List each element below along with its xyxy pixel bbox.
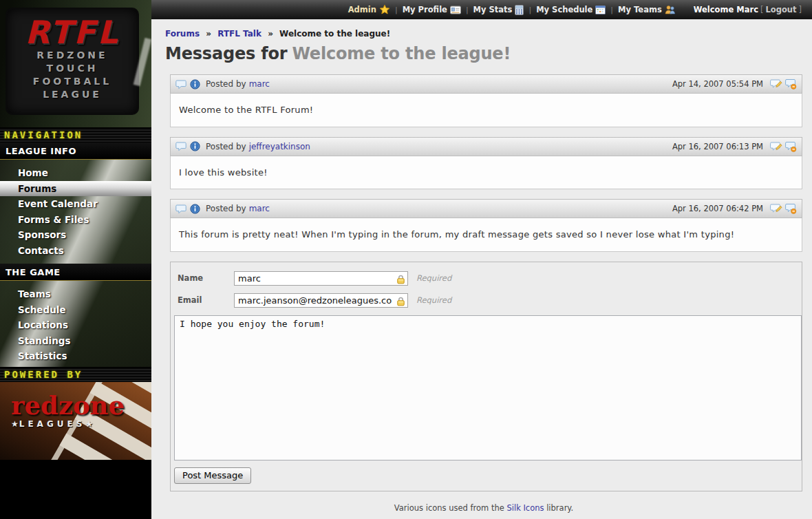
logo-line: LEAGUE — [7, 88, 138, 101]
sidebar-item-statistics[interactable]: Statistics — [0, 348, 151, 364]
topbar-item-my-stats[interactable]: My Stats — [473, 5, 524, 15]
posted-by-label: Posted by — [206, 142, 246, 151]
sidebar-filler — [0, 460, 151, 519]
topbar-separator: | — [466, 6, 469, 14]
topbar-separator: | — [395, 6, 398, 14]
comment-edit-icon[interactable] — [770, 141, 782, 152]
topbar-separator: | — [610, 6, 613, 14]
sidebar-item-sponsors[interactable]: Sponsors — [0, 227, 151, 243]
breadcrumb-current: Welcome to the league! — [279, 29, 390, 39]
navigation-header-label: NAVIGATION — [4, 129, 83, 140]
breadcrumb-link-forums[interactable]: Forums — [165, 29, 200, 39]
star-icon — [379, 4, 390, 15]
name-label: Name — [178, 273, 234, 283]
calendar-icon — [595, 5, 606, 14]
logout-bracket: ] — [799, 5, 802, 14]
author-link[interactable]: marc — [249, 79, 270, 89]
email-field[interactable] — [234, 293, 408, 308]
sidebar-item-event-calendar[interactable]: Event Calendar — [0, 196, 151, 212]
redzone-logo[interactable]: redzone ★LEAGUES★ — [11, 392, 125, 429]
section-header-league-info: LEAGUE INFO — [0, 142, 151, 160]
logout-link[interactable]: Logout — [765, 5, 796, 14]
info-icon — [190, 141, 200, 151]
powered-by-header: POWERED BY — [0, 367, 151, 382]
main-column: Admin | My Profile | My Stats | My Sched… — [151, 0, 812, 519]
redzone-logo-name: redzone — [11, 392, 125, 419]
comment-icon — [175, 79, 186, 89]
breadcrumb-separator: » — [268, 29, 273, 39]
message-header: Posted by marc Apr 14, 2007 05:54 PM — [170, 74, 802, 94]
author-link[interactable]: marc — [249, 204, 270, 213]
sidebar-item-teams[interactable]: Teams — [0, 286, 151, 302]
sidebar-item-schedule[interactable]: Schedule — [0, 302, 151, 318]
forum-message: Posted by marc Apr 14, 2007 05:54 PM Wel… — [170, 74, 802, 127]
message-textarea[interactable]: I hope you enjoy the forum! — [174, 315, 802, 460]
message-body: Welcome to the RTFL Forum! — [170, 94, 802, 127]
comment-delete-icon[interactable] — [784, 141, 797, 152]
message-body: I love this website! — [170, 156, 802, 190]
calculator-icon — [515, 5, 524, 15]
info-icon — [190, 79, 200, 89]
lock-icon — [396, 296, 405, 309]
breadcrumb-link-rtfl-talk[interactable]: RTFL Talk — [217, 29, 261, 39]
footer-credits-icons: Various icons used from the Silk Icons l… — [165, 503, 802, 513]
topbar-item-my-profile[interactable]: My Profile — [403, 5, 461, 14]
logo-line: TOUCH — [7, 62, 138, 75]
comment-icon — [175, 141, 186, 151]
author-link[interactable]: jeffreyatkinson — [249, 142, 310, 151]
sidebar: RTFL REDZONE TOUCH FOOTBALL LEAGUE NAVIG… — [0, 0, 151, 519]
email-row: Email Required — [178, 293, 799, 308]
topbar: Admin | My Profile | My Stats | My Sched… — [151, 0, 812, 19]
sidebar-nav: LEAGUE INFO Home Forums Event Calendar F… — [0, 142, 151, 367]
league-logo-panel: RTFL REDZONE TOUCH FOOTBALL LEAGUE — [0, 0, 151, 127]
section-header-the-game: THE GAME — [0, 264, 151, 281]
comment-edit-icon[interactable] — [770, 78, 782, 89]
name-row: Name Required — [178, 271, 799, 286]
topbar-item-my-teams[interactable]: My Teams — [618, 5, 676, 14]
message-body: This forum is pretty neat! When I'm typi… — [170, 218, 802, 252]
redzone-brand-panel: redzone ★LEAGUES★ — [0, 382, 151, 460]
page-footer: Various icons used from the Silk Icons l… — [165, 503, 802, 519]
sidebar-item-home[interactable]: Home — [0, 165, 151, 181]
navigation-header: NAVIGATION — [0, 127, 151, 142]
email-label: Email — [178, 295, 234, 305]
comment-icon — [175, 204, 186, 214]
page-title-topic: Welcome to the league! — [292, 44, 511, 63]
powered-by-label: POWERED BY — [4, 369, 83, 380]
message-header: Posted by jeffreyatkinson Apr 16, 2007 0… — [170, 137, 802, 156]
topbar-separator: | — [528, 6, 531, 14]
sidebar-item-standings[interactable]: Standings — [0, 333, 151, 349]
topbar-item-label: My Profile — [403, 5, 447, 14]
topbar-item-label: Admin — [348, 5, 376, 14]
section-title: LEAGUE INFO — [6, 146, 76, 156]
page-title-prefix: Messages for — [165, 44, 287, 63]
sidebar-item-contacts[interactable]: Contacts — [0, 243, 151, 259]
logout-bracket: [ — [760, 5, 764, 14]
topbar-item-label: My Teams — [618, 5, 662, 14]
topbar-item-admin[interactable]: Admin — [348, 4, 390, 15]
page-title: Messages forWelcome to the league! — [165, 44, 802, 63]
name-field[interactable] — [234, 271, 408, 286]
sidebar-item-locations[interactable]: Locations — [0, 317, 151, 333]
sidebar-item-forms-files[interactable]: Forms & Files — [0, 212, 151, 228]
comment-delete-icon[interactable] — [784, 203, 797, 214]
posted-by-label: Posted by — [206, 204, 246, 213]
topbar-item-label: My Schedule — [536, 5, 592, 14]
redzone-logo-sub: ★LEAGUES★ — [11, 419, 125, 429]
message-date: Apr 14, 2007 05:54 PM — [672, 79, 763, 89]
section-title: THE GAME — [6, 267, 61, 277]
lock-icon — [396, 274, 405, 287]
league-logo[interactable]: RTFL REDZONE TOUCH FOOTBALL LEAGUE — [7, 9, 138, 114]
sidebar-item-forums[interactable]: Forums — [0, 181, 151, 197]
required-label: Required — [416, 295, 451, 305]
post-message-button[interactable]: Post Message — [174, 467, 251, 484]
breadcrumb-separator: » — [206, 29, 211, 39]
message-date: Apr 16, 2007 06:13 PM — [672, 142, 763, 151]
comment-edit-icon[interactable] — [770, 203, 782, 214]
posted-by-label: Posted by — [206, 79, 246, 89]
required-label: Required — [416, 273, 451, 283]
silk-icons-link[interactable]: Silk Icons — [506, 503, 544, 513]
topbar-item-my-schedule[interactable]: My Schedule — [536, 5, 606, 14]
comment-delete-icon[interactable] — [784, 78, 797, 89]
message-header: Posted by marc Apr 16, 2007 06:42 PM — [170, 199, 802, 218]
